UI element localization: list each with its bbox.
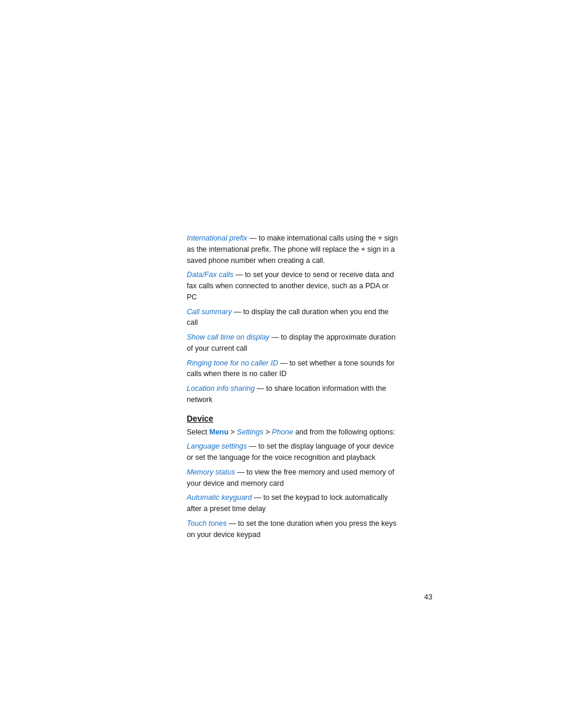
show-call-time-link[interactable]: Show call time on display: [187, 333, 269, 341]
call-summary-link[interactable]: Call summary: [187, 308, 232, 316]
memory-status-para: Memory status — to view the free memory …: [187, 467, 399, 489]
ringing-tone-link[interactable]: Ringing tone for no caller ID: [187, 359, 278, 367]
data-fax-calls-link[interactable]: Data/Fax calls: [187, 271, 233, 279]
device-intro-start: Select: [187, 428, 209, 436]
device-intro-middle: >: [229, 428, 237, 436]
device-heading: Device: [187, 414, 399, 423]
international-prefix-link[interactable]: International prefix: [187, 234, 247, 242]
settings-link[interactable]: Settings: [237, 428, 263, 436]
device-intro-para: Select Menu > Settings > Phone and from …: [187, 427, 399, 438]
page-container: International prefix — to make internati…: [0, 0, 562, 728]
device-intro-end: and from the following options:: [293, 428, 395, 436]
show-call-time-para: Show call time on display — to display t…: [187, 332, 399, 354]
automatic-keyguard-para: Automatic keyguard — to set the keypad t…: [187, 492, 399, 515]
ringing-tone-para: Ringing tone for no caller ID — to set w…: [187, 358, 399, 380]
data-fax-calls-para: Data/Fax calls — to set your device to s…: [187, 269, 399, 302]
menu-link[interactable]: Menu: [209, 428, 229, 436]
content-area: International prefix — to make internati…: [187, 233, 399, 543]
language-settings-link[interactable]: Language settings: [187, 442, 247, 450]
touch-tones-link[interactable]: Touch tones: [187, 519, 227, 528]
location-info-link[interactable]: Location info sharing: [187, 384, 254, 393]
automatic-keyguard-link[interactable]: Automatic keyguard: [187, 493, 252, 502]
device-intro-middle2: >: [263, 428, 272, 436]
page-number: 43: [424, 593, 432, 601]
location-info-para: Location info sharing — to share locatio…: [187, 383, 399, 406]
international-prefix-para: International prefix — to make internati…: [187, 233, 399, 266]
touch-tones-para: Touch tones — to set the tone duration w…: [187, 518, 399, 541]
call-summary-para: Call summary — to display the call durat…: [187, 307, 399, 329]
phone-link[interactable]: Phone: [272, 428, 293, 436]
language-settings-para: Language settings — to set the display l…: [187, 441, 399, 463]
memory-status-link[interactable]: Memory status: [187, 468, 235, 476]
